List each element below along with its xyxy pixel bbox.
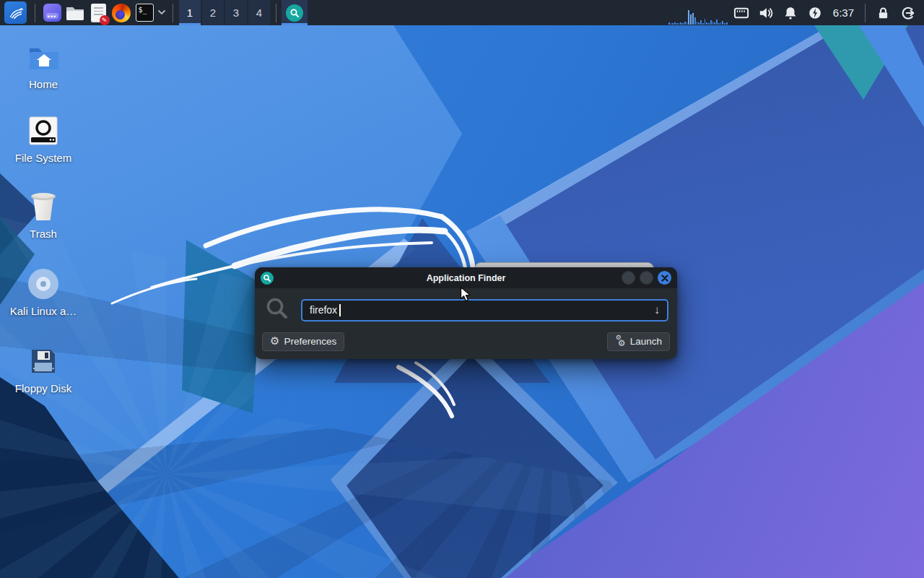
- desktop-icon-label: Floppy Disk: [6, 382, 81, 394]
- search-input-value: firefox: [310, 304, 337, 316]
- close-icon: [661, 275, 668, 282]
- panel-separator: [276, 4, 276, 22]
- panel-separator: [173, 4, 173, 22]
- workspace-4-button[interactable]: 4: [248, 0, 270, 25]
- desktop-icon-home[interactable]: Home: [6, 40, 81, 90]
- desktop-icon-label: File System: [6, 152, 81, 164]
- power-manager-icon: [808, 6, 822, 20]
- preferences-label: Preferences: [284, 336, 336, 347]
- workspace-1-button[interactable]: 1: [179, 0, 201, 25]
- panel-separator: [865, 4, 866, 22]
- application-finder-window: Application Finder firefox ↓ ⚙ P: [255, 267, 677, 359]
- desktop-icon-label: Home: [6, 78, 81, 90]
- trash-icon: [6, 190, 81, 223]
- maximize-button[interactable]: [640, 271, 653, 285]
- file-manager-icon: [65, 4, 85, 22]
- text-caret: [339, 304, 341, 316]
- launcher-window-manager[interactable]: •••: [40, 1, 64, 25]
- chevron-down-icon: [158, 10, 165, 15]
- floppy-disk-icon: [6, 345, 81, 378]
- logout-icon: [900, 6, 915, 20]
- taskbar-item-application-finder[interactable]: [282, 0, 308, 25]
- launcher-terminal[interactable]: $_: [133, 1, 156, 25]
- gear-icon: ⚙: [270, 336, 279, 346]
- launcher-firefox[interactable]: [110, 1, 133, 25]
- top-panel: ••• ✎ $_ 1 2 3 4: [0, 0, 924, 25]
- desktop-icon-kali-cd[interactable]: Kali Linux a…: [6, 267, 81, 317]
- pencil-icon: ✎: [100, 15, 110, 25]
- search-icon: [265, 296, 289, 324]
- desktop-icon-label: Kali Linux a…: [6, 305, 81, 317]
- appfinder-icon: [286, 4, 303, 22]
- volume-icon: [758, 6, 774, 20]
- workspace-3-button[interactable]: 3: [225, 0, 247, 25]
- display-icon: [733, 6, 749, 20]
- kali-menu-icon: [7, 4, 25, 22]
- window-manager-icon: •••: [43, 4, 61, 22]
- power-manager-indicator[interactable]: [806, 3, 824, 23]
- logout-button[interactable]: [898, 3, 917, 23]
- notifications-bell-icon: [783, 6, 798, 20]
- close-button[interactable]: [658, 271, 671, 285]
- launcher-file-manager[interactable]: [64, 1, 87, 25]
- desktop-screen: Home File System Trash Kali Linux a…: [0, 0, 924, 578]
- panel-separator: [35, 4, 35, 22]
- display-indicator[interactable]: [732, 3, 751, 23]
- desktop-icon-file-system[interactable]: File System: [6, 114, 81, 164]
- clock[interactable]: 6:37: [833, 7, 854, 19]
- lock-icon: [876, 6, 890, 20]
- lock-screen-button[interactable]: [873, 3, 892, 23]
- preferences-button[interactable]: ⚙ Preferences: [262, 332, 344, 351]
- dropdown-arrow-icon[interactable]: ↓: [654, 303, 660, 316]
- notifications-indicator[interactable]: [781, 3, 800, 23]
- cpu-graph[interactable]: [667, 0, 729, 25]
- launch-label: Launch: [630, 336, 662, 347]
- mouse-cursor: [460, 286, 472, 306]
- hard-drive-icon: [6, 114, 81, 147]
- terminal-dropdown-button[interactable]: [156, 1, 167, 25]
- search-input[interactable]: firefox ↓: [301, 299, 668, 322]
- applications-menu-button[interactable]: [4, 1, 27, 24]
- minimize-button[interactable]: [622, 271, 635, 285]
- launcher-text-editor[interactable]: ✎: [87, 1, 110, 25]
- window-title: Application Finder: [255, 273, 677, 283]
- firefox-icon: [112, 4, 131, 22]
- desktop-icon-label: Trash: [6, 228, 81, 240]
- desktop-icon-trash[interactable]: Trash: [6, 190, 81, 240]
- appfinder-window-icon: [261, 272, 274, 285]
- volume-indicator[interactable]: [757, 3, 775, 23]
- run-gears-icon: ⚙⚙: [615, 335, 626, 347]
- titlebar[interactable]: Application Finder: [255, 267, 677, 288]
- home-folder-icon: [6, 40, 81, 74]
- launch-button[interactable]: ⚙⚙ Launch: [607, 332, 670, 351]
- workspace-2-button[interactable]: 2: [202, 0, 224, 25]
- text-editor-icon: ✎: [91, 4, 106, 22]
- terminal-icon: $_: [136, 4, 154, 22]
- desktop-icon-floppy[interactable]: Floppy Disk: [6, 345, 81, 394]
- cd-disk-icon: [6, 267, 81, 301]
